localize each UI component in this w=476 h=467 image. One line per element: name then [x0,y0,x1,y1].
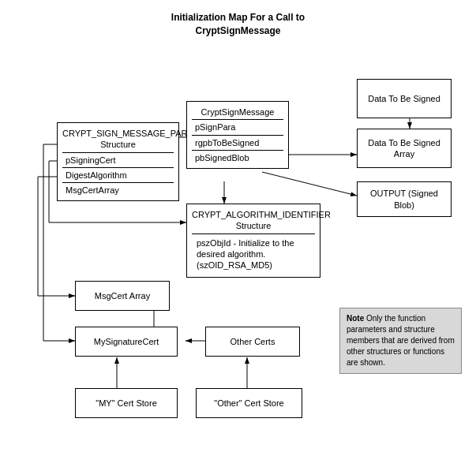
my-cert-store-box: "MY" Cert Store [75,388,178,418]
crypt-sign-msg-rows: pSignPara rgpbToBeSigned pbSignedBlob [192,120,283,165]
pbsignedblob-row: pbSignedBlob [192,151,283,165]
crypt-algo-body: pszObjId - Initialize to the desired alg… [192,234,315,275]
digestalgorithm-row: DigestAlgorithm [62,168,174,183]
crypt-sign-message-para-box: CRYPT_SIGN_MESSAGE_PARA Structure pSigni… [57,122,179,201]
output-box: OUTPUT (Signed Blob) [357,181,452,217]
msgcert-array-box: MsgCert Array [75,281,170,311]
other-cert-store-box: "Other" Cert Store [196,388,302,418]
crypt-sign-message-box: CryptSignMessage pSignPara rgpbToBeSigne… [186,101,289,169]
crypt-sign-para-rows: pSigningCert DigestAlgorithm MsgCertArra… [62,153,174,198]
psigningcert-row: pSigningCert [62,153,174,168]
diagram-container: Initialization Map For a Call to CryptSi… [0,0,476,467]
my-signature-cert-box: MySignatureCert [75,327,178,357]
diagram-title: Initialization Map For a Call to CryptSi… [0,5,476,38]
data-to-be-signed-array-box: Data To Be Signed Array [357,129,452,168]
data-to-be-signed-box: Data To Be Signed [357,79,452,118]
note-label: Note [347,314,364,323]
svg-line-5 [262,172,357,196]
crypt-algo-header: CRYPT_ALGORITHM_IDENTIFIER Structure [192,207,315,234]
crypt-sign-para-header: CRYPT_SIGN_MESSAGE_PARA Structure [62,126,174,153]
msgcertarray-row: MsgCertArray [62,183,174,197]
crypt-sign-msg-header: CryptSignMessage [192,105,283,120]
crypt-algorithm-box: CRYPT_ALGORITHM_IDENTIFIER Structure psz… [186,204,320,278]
rgpbtobsigned-row: rgpbToBeSigned [192,136,283,151]
note-box: Note Only the function parameters and st… [339,308,462,374]
other-certs-box: Other Certs [205,327,300,357]
psignpara-row: pSignPara [192,120,283,135]
